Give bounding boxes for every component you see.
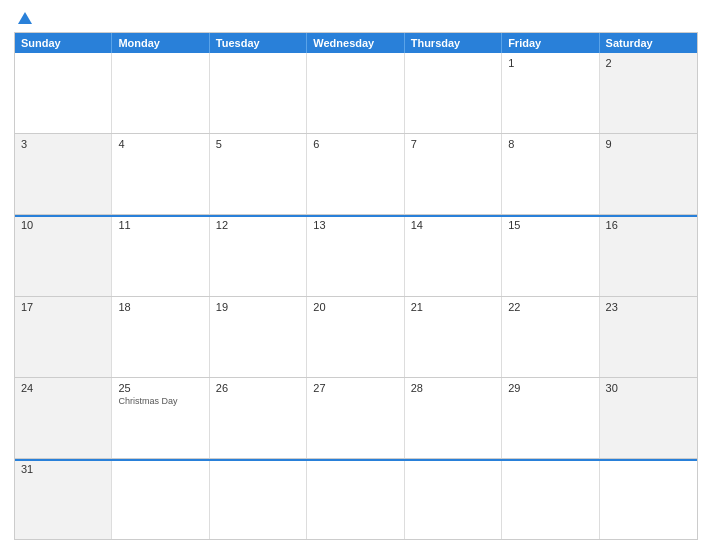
day-cell-2-2: 12 xyxy=(210,215,307,295)
day-cell-5-3 xyxy=(307,459,404,539)
day-cell-4-2: 26 xyxy=(210,378,307,458)
week-row-3: 17181920212223 xyxy=(15,297,697,378)
day-number: 19 xyxy=(216,301,300,313)
week-row-5: 31 xyxy=(15,459,697,539)
day-cell-0-4 xyxy=(405,53,502,133)
logo xyxy=(14,12,32,24)
day-cell-4-6: 30 xyxy=(600,378,697,458)
day-header-monday: Monday xyxy=(112,33,209,53)
logo-blue-row xyxy=(14,12,32,24)
day-header-friday: Friday xyxy=(502,33,599,53)
day-number: 21 xyxy=(411,301,495,313)
day-cell-2-1: 11 xyxy=(112,215,209,295)
day-cell-1-4: 7 xyxy=(405,134,502,214)
day-number: 18 xyxy=(118,301,202,313)
logo-triangle-icon xyxy=(18,12,32,24)
day-cell-3-4: 21 xyxy=(405,297,502,377)
day-number: 3 xyxy=(21,138,105,150)
day-cell-0-2 xyxy=(210,53,307,133)
day-cell-3-2: 19 xyxy=(210,297,307,377)
day-cell-4-5: 29 xyxy=(502,378,599,458)
day-cell-2-4: 14 xyxy=(405,215,502,295)
day-cell-1-6: 9 xyxy=(600,134,697,214)
day-cell-2-0: 10 xyxy=(15,215,112,295)
day-number: 8 xyxy=(508,138,592,150)
day-number: 6 xyxy=(313,138,397,150)
day-number: 23 xyxy=(606,301,691,313)
week-row-1: 3456789 xyxy=(15,134,697,215)
day-number: 16 xyxy=(606,219,691,231)
day-cell-1-0: 3 xyxy=(15,134,112,214)
weeks-container: 1234567891011121314151617181920212223242… xyxy=(15,53,697,539)
day-header-saturday: Saturday xyxy=(600,33,697,53)
day-number: 9 xyxy=(606,138,691,150)
day-cell-3-1: 18 xyxy=(112,297,209,377)
day-cell-0-3 xyxy=(307,53,404,133)
day-cell-3-5: 22 xyxy=(502,297,599,377)
day-number: 12 xyxy=(216,219,300,231)
day-cell-5-6 xyxy=(600,459,697,539)
day-header-sunday: Sunday xyxy=(15,33,112,53)
day-cell-4-0: 24 xyxy=(15,378,112,458)
day-number: 1 xyxy=(508,57,592,69)
day-number: 31 xyxy=(21,463,105,475)
day-cell-3-0: 17 xyxy=(15,297,112,377)
week-row-0: 12 xyxy=(15,53,697,134)
day-number: 4 xyxy=(118,138,202,150)
holiday-label: Christmas Day xyxy=(118,396,202,406)
day-cell-2-3: 13 xyxy=(307,215,404,295)
day-number: 7 xyxy=(411,138,495,150)
day-cell-2-6: 16 xyxy=(600,215,697,295)
calendar: SundayMondayTuesdayWednesdayThursdayFrid… xyxy=(14,32,698,540)
day-cell-5-2 xyxy=(210,459,307,539)
day-number: 20 xyxy=(313,301,397,313)
day-number: 26 xyxy=(216,382,300,394)
day-cell-2-5: 15 xyxy=(502,215,599,295)
day-number: 25 xyxy=(118,382,202,394)
header xyxy=(14,12,698,24)
day-number: 15 xyxy=(508,219,592,231)
day-header-wednesday: Wednesday xyxy=(307,33,404,53)
day-cell-5-0: 31 xyxy=(15,459,112,539)
day-cell-0-1 xyxy=(112,53,209,133)
day-number: 29 xyxy=(508,382,592,394)
day-number: 30 xyxy=(606,382,691,394)
day-cell-0-0 xyxy=(15,53,112,133)
day-cell-5-4 xyxy=(405,459,502,539)
week-row-4: 2425Christmas Day2627282930 xyxy=(15,378,697,459)
day-cell-3-3: 20 xyxy=(307,297,404,377)
day-number: 13 xyxy=(313,219,397,231)
day-cell-0-6: 2 xyxy=(600,53,697,133)
day-cell-1-3: 6 xyxy=(307,134,404,214)
day-number: 10 xyxy=(21,219,105,231)
day-cell-0-5: 1 xyxy=(502,53,599,133)
day-header-tuesday: Tuesday xyxy=(210,33,307,53)
page: SundayMondayTuesdayWednesdayThursdayFrid… xyxy=(0,0,712,550)
day-number: 24 xyxy=(21,382,105,394)
day-number: 5 xyxy=(216,138,300,150)
day-cell-5-1 xyxy=(112,459,209,539)
week-row-2: 10111213141516 xyxy=(15,215,697,296)
day-number: 27 xyxy=(313,382,397,394)
day-cell-5-5 xyxy=(502,459,599,539)
day-cell-1-1: 4 xyxy=(112,134,209,214)
day-cell-1-2: 5 xyxy=(210,134,307,214)
day-cell-1-5: 8 xyxy=(502,134,599,214)
day-cell-4-4: 28 xyxy=(405,378,502,458)
day-number: 28 xyxy=(411,382,495,394)
day-number: 17 xyxy=(21,301,105,313)
day-number: 2 xyxy=(606,57,691,69)
day-cell-4-3: 27 xyxy=(307,378,404,458)
day-headers-row: SundayMondayTuesdayWednesdayThursdayFrid… xyxy=(15,33,697,53)
day-number: 22 xyxy=(508,301,592,313)
day-number: 14 xyxy=(411,219,495,231)
day-cell-4-1: 25Christmas Day xyxy=(112,378,209,458)
day-cell-3-6: 23 xyxy=(600,297,697,377)
day-number: 11 xyxy=(118,219,202,231)
day-header-thursday: Thursday xyxy=(405,33,502,53)
